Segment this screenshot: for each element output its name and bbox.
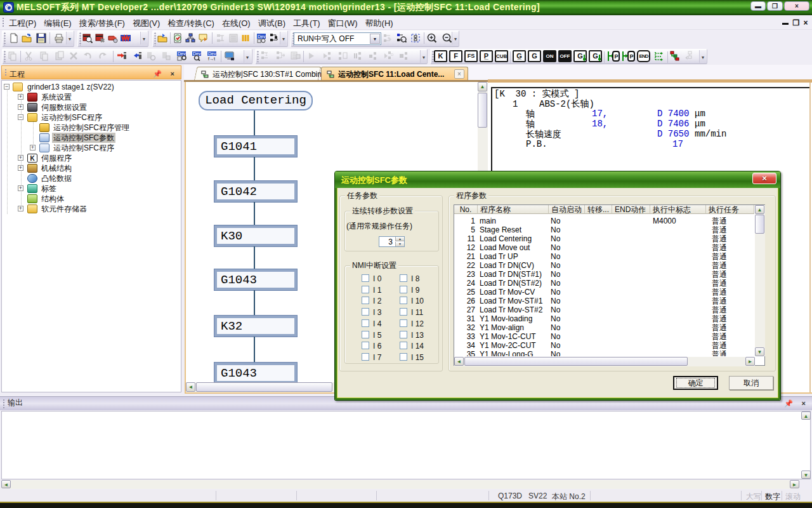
svg-text:D: D	[391, 53, 393, 57]
svg-text:Dev: Dev	[258, 34, 266, 39]
svg-text:Dev: Dev	[208, 51, 216, 56]
svg-text:1: 1	[265, 52, 268, 57]
svg-text:f→t: f→t	[208, 57, 215, 61]
svg-text:Dev: Dev	[178, 51, 186, 56]
svg-text:P: P	[615, 53, 619, 60]
svg-text:P: P	[630, 53, 634, 60]
